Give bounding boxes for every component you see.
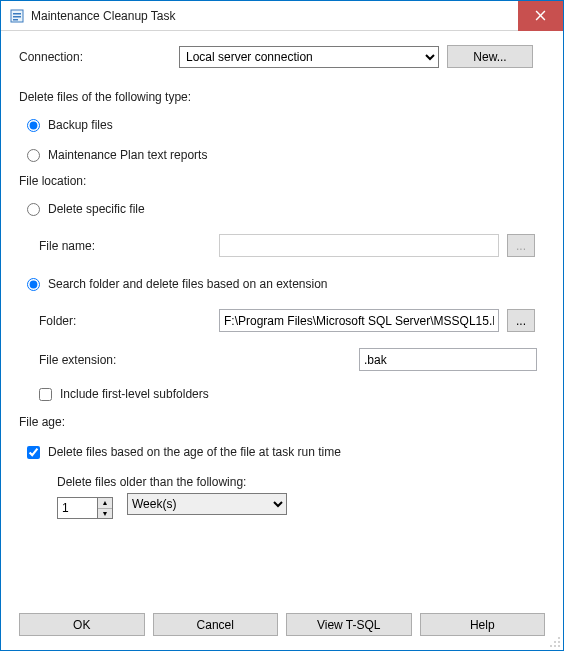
delete-type-heading: Delete files of the following type: [19, 90, 545, 104]
extension-row: File extension: [39, 348, 545, 371]
radio-search-folder-input[interactable] [27, 278, 40, 291]
radio-search-folder[interactable]: Search folder and delete files based on … [27, 277, 545, 291]
radio-text-reports[interactable]: Maintenance Plan text reports [27, 148, 545, 162]
svg-point-10 [554, 645, 556, 647]
help-button[interactable]: Help [420, 613, 546, 636]
filename-label: File name: [39, 239, 219, 253]
svg-point-9 [558, 645, 560, 647]
radio-delete-specific-input[interactable] [27, 203, 40, 216]
svg-point-8 [554, 641, 556, 643]
titlebar: Maintenance Cleanup Task [1, 1, 563, 31]
svg-rect-3 [13, 19, 18, 21]
age-unit-select[interactable]: Week(s) [127, 493, 287, 515]
radio-text-reports-input[interactable] [27, 149, 40, 162]
window-title: Maintenance Cleanup Task [31, 9, 518, 23]
filename-input [219, 234, 499, 257]
extension-input[interactable] [359, 348, 537, 371]
dialog-content: Connection: Local server connection New.… [1, 31, 563, 650]
footer: OK Cancel View T-SQL Help [19, 603, 545, 642]
age-spin-down[interactable]: ▼ [98, 509, 112, 519]
filename-row: File name: ... [39, 234, 545, 257]
svg-point-6 [558, 637, 560, 639]
age-spin-up[interactable]: ▲ [98, 498, 112, 509]
older-than-label: Delete files older than the following: [57, 475, 545, 489]
radio-delete-specific[interactable]: Delete specific file [27, 202, 545, 216]
folder-input[interactable] [219, 309, 499, 332]
filename-browse-button: ... [507, 234, 535, 257]
app-icon [9, 8, 25, 24]
include-subfolders-checkbox[interactable] [39, 388, 52, 401]
close-icon [535, 10, 546, 21]
delete-by-age-checkbox[interactable] [27, 446, 40, 459]
new-connection-button[interactable]: New... [447, 45, 533, 68]
resize-grip-icon [549, 636, 561, 648]
include-subfolders-label: Include first-level subfolders [60, 387, 209, 401]
folder-label: Folder: [39, 314, 219, 328]
svg-rect-1 [13, 13, 21, 15]
radio-delete-specific-label: Delete specific file [48, 202, 145, 216]
svg-point-11 [550, 645, 552, 647]
radio-text-reports-label: Maintenance Plan text reports [48, 148, 207, 162]
radio-search-folder-label: Search folder and delete files based on … [48, 277, 328, 291]
delete-by-age-label: Delete files based on the age of the fil… [48, 445, 341, 459]
ok-button[interactable]: OK [19, 613, 145, 636]
svg-rect-2 [13, 16, 21, 18]
folder-browse-button[interactable]: ... [507, 309, 535, 332]
connection-row: Connection: Local server connection New.… [19, 45, 545, 68]
close-button[interactable] [518, 1, 563, 31]
file-location-heading: File location: [19, 174, 545, 188]
cancel-button[interactable]: Cancel [153, 613, 279, 636]
extension-label: File extension: [39, 353, 219, 367]
svg-point-7 [558, 641, 560, 643]
age-number-spinner[interactable]: ▲ ▼ [57, 497, 113, 519]
view-tsql-button[interactable]: View T-SQL [286, 613, 412, 636]
dialog-window: Maintenance Cleanup Task Connection: Loc… [0, 0, 564, 651]
file-age-heading: File age: [19, 415, 545, 429]
radio-backup-files-input[interactable] [27, 119, 40, 132]
radio-backup-files[interactable]: Backup files [27, 118, 545, 132]
age-number-input[interactable] [57, 497, 97, 519]
include-subfolders-check[interactable]: Include first-level subfolders [39, 387, 545, 401]
folder-row: Folder: ... [39, 309, 545, 332]
delete-by-age-check[interactable]: Delete files based on the age of the fil… [27, 445, 545, 459]
connection-select[interactable]: Local server connection [179, 46, 439, 68]
radio-backup-files-label: Backup files [48, 118, 113, 132]
connection-label: Connection: [19, 50, 179, 64]
